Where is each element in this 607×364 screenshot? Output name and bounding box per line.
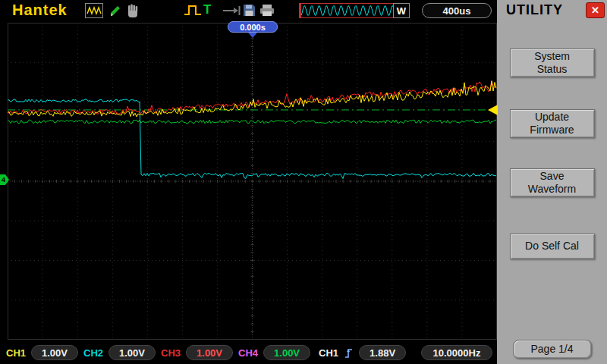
pulse-trigger-icon	[184, 4, 202, 17]
ch2-label: CH2	[83, 347, 103, 359]
waveform-display-icon	[85, 3, 103, 18]
trigger-position-badge[interactable]: 0.000s	[228, 21, 278, 33]
memory-window	[299, 3, 398, 18]
ch1-scale-readout: 1.00V	[31, 345, 78, 360]
save-waveform-button[interactable]: Save Waveform	[510, 168, 595, 197]
print-icon[interactable]	[259, 4, 275, 17]
ch3-label: CH3	[161, 347, 181, 359]
utility-menu: UTILITY ✕ System Status Update Firmware …	[497, 0, 607, 364]
trigger-source-label: CH1	[319, 347, 338, 359]
w-indicator: W	[393, 3, 410, 18]
scope-area: 0.000s 4	[0, 21, 497, 341]
trigger-level-arrow-icon[interactable]	[488, 105, 498, 115]
top-bar: Hantek T	[0, 0, 497, 21]
trigger-t-indicator: T	[203, 2, 211, 17]
rising-edge-icon	[344, 347, 354, 359]
status-bar: CH1 1.00V CH2 1.00V CH3 1.00V CH4 1.00V …	[0, 341, 497, 364]
system-status-button[interactable]: System Status	[510, 49, 595, 77]
frequency-readout: 10.0000Hz	[421, 345, 492, 360]
waveform-display	[8, 23, 497, 340]
ch2-scale-readout: 1.00V	[109, 345, 156, 360]
ch1-label: CH1	[6, 347, 26, 359]
page-indicator-button[interactable]: Page 1/4	[513, 340, 592, 359]
do-self-cal-button[interactable]: Do Self Cal	[510, 234, 595, 259]
ch4-scale-readout: 1.00V	[263, 345, 310, 360]
menu-title: UTILITY	[506, 2, 563, 18]
hand-icon	[126, 3, 140, 18]
hantek-logo: Hantek	[12, 2, 68, 19]
ch4-label: CH4	[238, 347, 258, 359]
close-button[interactable]: ✕	[586, 2, 605, 18]
timebase-readout: 400us	[422, 3, 492, 18]
update-firmware-button[interactable]: Update Firmware	[510, 109, 595, 138]
pen-icon	[108, 3, 123, 18]
ch3-scale-readout: 1.00V	[186, 345, 233, 360]
trigger-level-readout: 1.88V	[359, 345, 406, 360]
force-trigger-icon	[222, 5, 241, 17]
save-icon[interactable]	[243, 4, 256, 17]
close-icon: ✕	[591, 5, 599, 16]
